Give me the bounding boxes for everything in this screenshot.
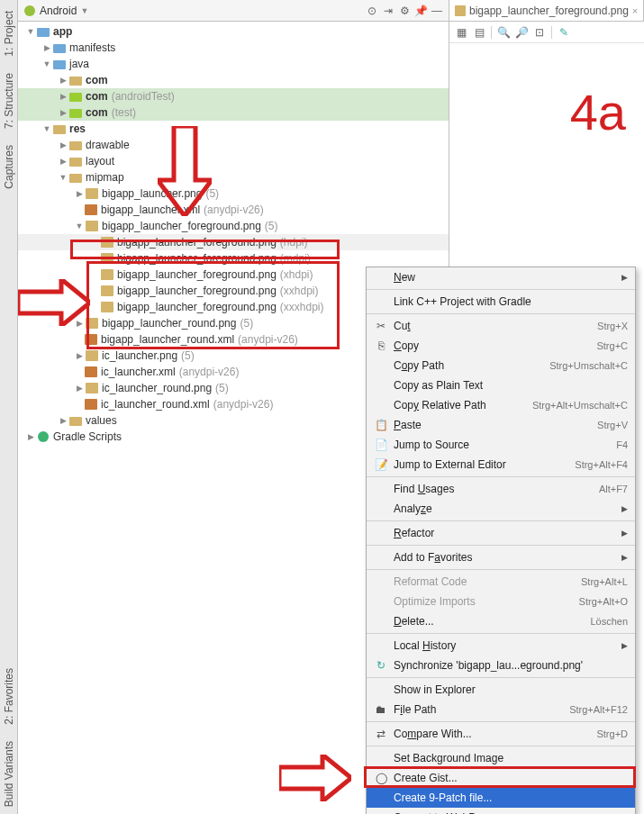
menu-copy-path[interactable]: Copy PathStrg+Umschalt+C: [367, 356, 635, 375]
editor-tab-current[interactable]: bigapp_launcher_foreground.png ×: [449, 0, 644, 21]
gear-icon[interactable]: ⚙: [398, 5, 411, 17]
paste-icon: 📋: [374, 418, 388, 432]
copy-icon: ⎘: [374, 339, 388, 353]
collapse-icon[interactable]: ⇥: [382, 5, 395, 17]
svg-point-26: [38, 431, 49, 442]
scissors-icon: ✂: [374, 319, 388, 333]
eyedropper-icon[interactable]: ✎: [558, 26, 570, 39]
zoom-fit-icon[interactable]: ⊡: [533, 26, 546, 39]
svg-rect-17: [101, 285, 113, 296]
svg-rect-3: [53, 60, 66, 69]
hide-icon[interactable]: —: [431, 5, 443, 17]
menu-copy[interactable]: ⎘CopyStrg+C: [367, 336, 635, 356]
menu-create-9patch[interactable]: Create 9-Patch file...: [367, 788, 635, 808]
svg-rect-18: [101, 302, 113, 312]
pin-icon[interactable]: 📌: [414, 5, 427, 17]
image-file-icon: [455, 5, 466, 16]
tree-node-bigapp-fg[interactable]: ▼bigapp_launcher_foreground.png(5): [18, 218, 449, 234]
github-icon: ◯: [374, 771, 388, 785]
menu-reformat: Reformat CodeStrg+Alt+L: [367, 572, 635, 592]
menu-refactor[interactable]: Refactor▶: [367, 523, 635, 543]
menu-optimize: Optimize ImportsStrg+Alt+O: [367, 592, 635, 611]
menu-cut[interactable]: ✂CutStrg+X: [367, 316, 635, 336]
editor-tabs: bigapp_launcher_foreground.png ×: [449, 0, 644, 22]
context-menu: New▶ Link C++ Project with Gradle ✂CutSt…: [366, 267, 636, 814]
svg-rect-15: [101, 253, 113, 264]
menu-add-favorites[interactable]: Add to Favorites▶: [367, 547, 635, 567]
svg-rect-13: [86, 221, 98, 231]
svg-rect-10: [69, 174, 82, 183]
annotation-label: 4a: [570, 83, 626, 141]
svg-rect-23: [86, 383, 98, 393]
menu-jump-external[interactable]: 📝Jump to External EditorStrg+Alt+F4: [367, 455, 635, 475]
menu-new[interactable]: New▶: [367, 267, 635, 287]
svg-point-0: [24, 5, 35, 16]
tree-node-com1[interactable]: ▶com: [18, 72, 449, 88]
tree-node-bigapp-launcher-xml[interactable]: bigapp_launcher.xml(anydpi-v26): [18, 202, 449, 218]
tree-node-com3[interactable]: ▶com(test): [18, 104, 449, 121]
menu-compare[interactable]: ⇄Compare With...Strg+D: [367, 724, 635, 744]
menu-link-cpp[interactable]: Link C++ Project with Gradle: [367, 292, 635, 312]
svg-rect-21: [86, 350, 98, 361]
svg-rect-9: [69, 158, 82, 167]
svg-rect-2: [53, 44, 66, 53]
tree-node-drawable[interactable]: ▶drawable: [18, 137, 449, 153]
svg-rect-24: [85, 399, 97, 410]
tree-node-mipmap[interactable]: ▼mipmap: [18, 169, 449, 185]
svg-rect-25: [69, 417, 82, 426]
menu-analyze[interactable]: Analyze▶: [367, 499, 635, 519]
svg-rect-1: [37, 28, 50, 37]
tab-structure[interactable]: 7: Structure: [1, 66, 17, 136]
svg-rect-8: [69, 141, 82, 150]
tab-captures[interactable]: Captures: [1, 138, 17, 196]
menu-file-path[interactable]: 🖿File PathStrg+Alt+F12: [367, 700, 635, 719]
menu-find-usages[interactable]: Find UsagesAlt+F7: [367, 479, 635, 499]
file-path-icon: 🖿: [374, 702, 388, 717]
close-tab-icon[interactable]: ×: [632, 5, 638, 16]
svg-rect-11: [86, 188, 98, 199]
sync-icon: ↻: [374, 658, 388, 673]
menu-convert-webp[interactable]: Convert to WebP...: [367, 808, 635, 814]
menu-delete[interactable]: Delete...Löschen: [367, 611, 635, 631]
svg-rect-6: [69, 109, 82, 118]
tree-node-com2[interactable]: ▶com(androidTest): [18, 88, 449, 104]
menu-copy-relative[interactable]: Copy Relative PathStrg+Alt+Umschalt+C: [367, 395, 635, 415]
tab-project[interactable]: 1: Project: [1, 4, 17, 64]
menu-show-explorer[interactable]: Show in Explorer: [367, 680, 635, 700]
tree-node-bigapp-fg-hdpi[interactable]: bigapp_launcher_foreground.png(hdpi): [18, 234, 449, 250]
editor-toolbar: ▦ ▤ 🔍 🔎 ⊡ ✎: [449, 22, 644, 43]
menu-create-gist[interactable]: ◯Create Gist...: [367, 768, 635, 788]
svg-rect-19: [86, 318, 98, 329]
menu-local-history[interactable]: Local History▶: [367, 636, 635, 656]
menu-copy-plain[interactable]: Copy as Plain Text: [367, 375, 635, 395]
menu-paste[interactable]: 📋PasteStrg+V: [367, 415, 635, 435]
tree-node-bigapp-launcher[interactable]: ▶bigapp_launcher.png(5): [18, 185, 449, 202]
checkered-bg-icon[interactable]: ▦: [455, 26, 467, 39]
project-view-label[interactable]: Android: [40, 5, 77, 17]
tree-node-app[interactable]: ▼app: [18, 23, 449, 40]
tree-node-layout[interactable]: ▶layout: [18, 153, 449, 169]
menu-synchronize[interactable]: ↻Synchronize 'bigapp_lau...eground.png': [367, 656, 635, 675]
svg-rect-20: [85, 334, 97, 345]
tree-node-java[interactable]: ▼java: [18, 56, 449, 72]
menu-jump-source[interactable]: 📄Jump to SourceF4: [367, 435, 635, 455]
jump-icon: 📄: [374, 438, 388, 452]
menu-set-bg[interactable]: Set Background Image: [367, 748, 635, 768]
grid-icon[interactable]: ▤: [473, 26, 485, 39]
android-icon: [23, 5, 36, 17]
tree-node-bigapp-fg-mdpi[interactable]: bigapp_launcher_foreground.png(mdpi): [18, 250, 449, 267]
tree-node-manifests[interactable]: ▶manifests: [18, 40, 449, 56]
svg-rect-14: [101, 237, 113, 248]
tree-node-res[interactable]: ▼res: [18, 121, 449, 137]
side-tab-bar: 1: Project 7: Structure Captures 2: Favo…: [0, 0, 18, 814]
svg-rect-12: [85, 204, 97, 215]
zoom-out-icon[interactable]: 🔎: [515, 26, 528, 39]
settings-icon[interactable]: ⊙: [366, 5, 378, 17]
tab-favorites[interactable]: 2: Favorites: [1, 661, 17, 732]
compare-icon: ⇄: [374, 727, 388, 741]
zoom-in-icon[interactable]: 🔍: [497, 26, 510, 39]
svg-rect-5: [69, 93, 82, 102]
external-icon: 📝: [374, 457, 388, 472]
svg-rect-4: [69, 77, 82, 86]
tab-build-variants[interactable]: Build Variants: [1, 734, 17, 814]
